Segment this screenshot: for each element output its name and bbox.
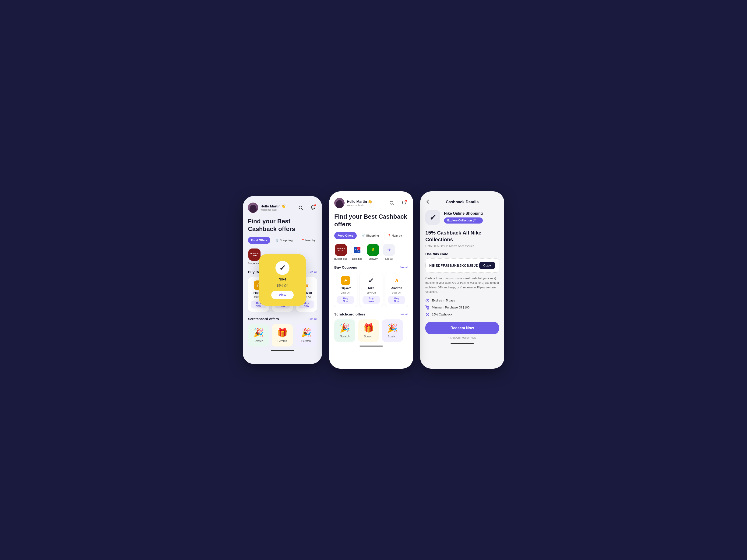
middle-sub: Welcome back (347, 204, 372, 207)
middle-amazon-buy[interactable]: Buy Now (388, 296, 405, 304)
popup-brand-name: Nike (279, 277, 286, 282)
code-section-title: Use this code (425, 252, 499, 256)
middle-scratch-1[interactable]: 🎉 Scratch (334, 319, 355, 342)
middle-coupons-see-all[interactable]: See all (400, 266, 408, 269)
left-phone: Hello Martin 👋 Welcome back Find your Be… (243, 196, 322, 364)
middle-avatar (334, 198, 344, 208)
middle-dominos-name: Dominos (352, 257, 362, 260)
copy-button[interactable]: Copy (479, 262, 495, 269)
middle-burger-name: Burger club (334, 257, 347, 260)
popup-discount: 15% Off (277, 284, 288, 288)
middle-scratch-2[interactable]: 🎁 Scratch (358, 319, 379, 342)
svg-point-16 (426, 313, 427, 314)
popup-view-btn[interactable]: View (271, 291, 294, 299)
middle-coupon-nike[interactable]: ✓ Nike 15% Off Buy Now (360, 272, 382, 307)
svg-point-17 (428, 315, 429, 316)
middle-dominos-logo (351, 244, 363, 256)
svg-point-9 (359, 248, 360, 249)
external-link-icon (473, 219, 475, 222)
middle-coupon-flipkart[interactable]: F Flipkart 25% Off Buy Now (334, 272, 357, 307)
middle-coupons-title: Buy Coupons (334, 265, 357, 269)
cart-icon (425, 305, 430, 310)
middle-tab-nearby[interactable]: 📍 Near by (384, 232, 405, 239)
clock-icon (425, 298, 430, 303)
brand-detail-logo: ✓ (425, 210, 440, 225)
middle-search-button[interactable] (387, 199, 396, 207)
middle-scratch-title: Scratchcard offers (334, 312, 365, 316)
middle-scratch-label-1: Scratch (340, 335, 350, 338)
code-box: NIKEDFFJSBJKBJKCBJBJD Copy (425, 258, 499, 272)
middle-tab-gift[interactable]: 🎁 Gift Ca... (407, 232, 408, 239)
svg-point-10 (359, 251, 360, 252)
promo-code: NIKEDFFJSBJKBJKCBJBJD (429, 264, 479, 267)
middle-coupons-header: Buy Coupons See all (334, 265, 408, 269)
phones-container: Hello Martin 👋 Welcome back Find your Be… (233, 191, 514, 369)
middle-tab-shopping[interactable]: 🛒 Shopping (359, 232, 382, 239)
svg-point-13 (427, 309, 428, 309)
offer-title: 15% Cashback All Nike Collections (425, 230, 499, 243)
expires-text: Expires in 5 days (432, 299, 455, 302)
middle-scratch-see-all[interactable]: See all (400, 313, 408, 316)
middle-coupons-row: F Flipkart 25% Off Buy Now ✓ Nike 15% Of… (334, 272, 408, 307)
middle-brands-row: BURGERCLUB Burger club Dominos (334, 244, 408, 260)
middle-arrow-icon (387, 248, 391, 252)
middle-see-all-brands[interactable]: See All (383, 244, 395, 260)
middle-greeting: Hello Martin 👋 (347, 199, 372, 204)
middle-flipkart-buy[interactable]: Buy Now (337, 296, 354, 304)
popup-nike-logo: ✓ (276, 261, 289, 275)
middle-coupon-amazon[interactable]: a Amazon 30% Off Buy Now (385, 272, 408, 307)
middle-header: Hello Martin 👋 Welcome back (334, 198, 408, 208)
percent-icon (425, 313, 430, 317)
middle-subway-name: Subway (368, 257, 378, 260)
middle-tab-food[interactable]: Food Offers (334, 232, 357, 239)
back-button[interactable] (425, 199, 431, 205)
middle-brand-burger[interactable]: BURGERCLUB Burger club (334, 244, 347, 260)
min-purchase-text: Minimum Purchase Of $100 (432, 306, 469, 309)
middle-notifications-button[interactable] (400, 199, 408, 207)
svg-line-4 (393, 204, 394, 205)
nike-popup-overlay: ✓ Nike 15% Off View (243, 196, 322, 364)
redeem-hint: • Click On Redeem Now (425, 336, 499, 339)
middle-hero: Find your Best Cashback offers (334, 213, 408, 228)
middle-notif-dot (405, 200, 407, 202)
middle-tabs: Food Offers 🛒 Shopping 📍 Near by 🎁 Gift … (334, 232, 408, 239)
offer-description: Cashback from coupon dunia is real cash … (425, 276, 499, 294)
middle-scratch-3[interactable]: 🎉 Scratch (382, 319, 403, 342)
meta-min-purchase: Minimum Purchase Of $100 (425, 305, 499, 310)
middle-scratch-header: Scratchcard offers See all (334, 312, 408, 316)
middle-brand-subway[interactable]: S Subway (367, 244, 379, 260)
phone-bar-right (450, 343, 474, 344)
meta-expires: Expires in 5 days (425, 298, 499, 303)
offer-subtitle: Upto 30% Off On Men's Accessories (425, 244, 499, 248)
nike-popup-card: ✓ Nike 15% Off View (259, 254, 306, 306)
middle-scratch-label-3: Scratch (388, 335, 397, 338)
middle-brand-dominos[interactable]: Dominos (351, 244, 363, 260)
middle-scratch-label-2: Scratch (364, 335, 374, 338)
page-title: Cashback Details (446, 200, 479, 205)
brand-detail-row: ✓ Nike Online Shopping Explore Collectio… (425, 210, 499, 225)
svg-point-8 (355, 249, 356, 250)
phone-bar-middle (360, 346, 383, 347)
middle-burger-logo: BURGERCLUB (335, 244, 347, 256)
middle-search-icon (389, 201, 394, 206)
cashback-text: 15% Cashback (432, 313, 452, 316)
explore-collection-btn[interactable]: Explore Collection (444, 217, 483, 223)
middle-scratch-row: 🎉 Scratch 🎁 Scratch 🎉 Scratch (334, 319, 408, 342)
middle-phone: Hello Martin 👋 Welcome back Find your Be… (329, 191, 413, 369)
middle-subway-logo: S (367, 244, 379, 256)
right-phone: Cashback Details ✓ Nike Online Shopping … (420, 191, 504, 369)
svg-line-15 (426, 313, 429, 316)
back-arrow-icon (425, 199, 431, 204)
brand-detail-name: Nike Online Shopping (444, 211, 483, 216)
redeem-now-btn[interactable]: Redeem Now (425, 322, 499, 335)
svg-point-14 (428, 309, 429, 309)
meta-cashback: 15% Cashback (425, 313, 499, 317)
middle-nike-buy[interactable]: Buy Now (363, 296, 380, 304)
cashback-header: Cashback Details (425, 198, 499, 205)
